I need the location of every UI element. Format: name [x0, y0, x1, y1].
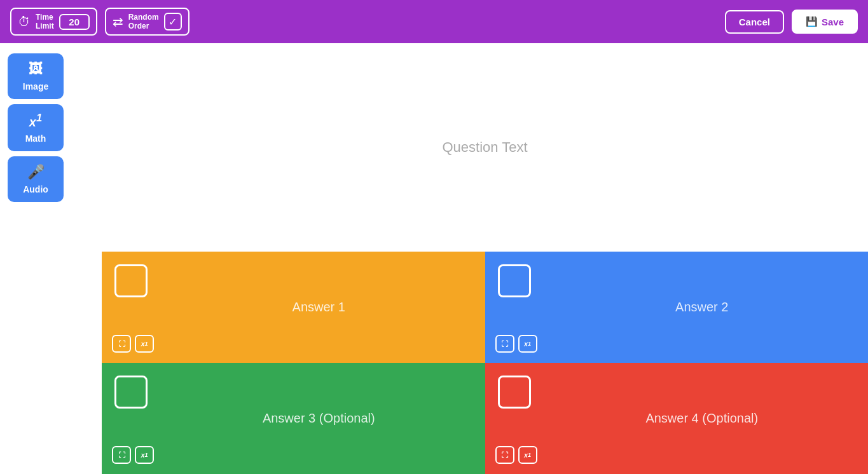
shuffle-icon: ⇄ — [113, 14, 123, 29]
answer-text-1: Answer 1 — [293, 300, 345, 315]
answer-checkbox-3[interactable] — [114, 376, 148, 409]
answer4-image-btn[interactable]: ⛶ — [495, 446, 514, 464]
save-label: Save — [822, 17, 844, 27]
answer-cell-3[interactable]: Answer 3 (Optional) ⛶ x1 — [102, 363, 485, 474]
sidebar-item-math[interactable]: x1 Math — [8, 104, 64, 151]
save-button[interactable]: 💾 Save — [792, 10, 858, 34]
math-icon: x1 — [29, 112, 42, 130]
sidebar-label-audio: Audio — [23, 184, 48, 194]
toolbar: ⏱ Time Limit ⇄ Random Order ✓ Cancel 💾 S… — [0, 0, 868, 43]
question-placeholder: Question Text — [442, 139, 527, 156]
answer-text-4: Answer 4 (Optional) — [645, 411, 758, 426]
answer1-image-btn[interactable]: ⛶ — [112, 335, 131, 353]
save-disk-icon: 💾 — [806, 16, 818, 27]
clock-icon: ⏱ — [18, 15, 31, 29]
answer-tools-4: ⛶ x1 — [495, 446, 537, 464]
answer-checkbox-4[interactable] — [498, 376, 531, 409]
time-limit-input[interactable] — [59, 14, 90, 30]
image-icon: 🖼 — [29, 61, 43, 78]
answer-cell-4[interactable]: Answer 4 (Optional) ⛶ x1 — [485, 363, 869, 474]
random-order-label: Random Order — [128, 13, 159, 31]
sidebar-item-audio[interactable]: 🎤 Audio — [8, 156, 64, 202]
time-limit-label: Time Limit — [36, 13, 54, 31]
answer3-math-btn[interactable]: x1 — [135, 446, 154, 464]
sidebar-label-image: Image — [23, 81, 48, 91]
answer-tools-3: ⛶ x1 — [112, 446, 154, 464]
answer2-image-btn[interactable]: ⛶ — [495, 335, 514, 353]
question-area: Question Text Answer 1 ⛶ x1 Answer 2 ⛶ x… — [102, 43, 868, 474]
answer-text-2: Answer 2 — [675, 300, 728, 315]
answer3-image-btn[interactable]: ⛶ — [112, 446, 131, 464]
audio-icon: 🎤 — [27, 164, 45, 180]
time-limit-group: ⏱ Time Limit — [10, 8, 97, 36]
random-order-check[interactable]: ✓ — [164, 13, 182, 30]
answer1-math-btn[interactable]: x1 — [135, 335, 154, 353]
answer-cell-2[interactable]: Answer 2 ⛶ x1 — [485, 252, 869, 363]
cancel-button[interactable]: Cancel — [725, 10, 784, 34]
answer-tools-2: ⛶ x1 — [495, 335, 537, 353]
answer-grid: Answer 1 ⛶ x1 Answer 2 ⛶ x1 Answer 3 (Op… — [102, 252, 868, 474]
answer-text-3: Answer 3 (Optional) — [263, 411, 375, 426]
answer-cell-1[interactable]: Answer 1 ⛶ x1 — [102, 252, 485, 363]
random-order-group: ⇄ Random Order ✓ — [105, 8, 189, 36]
sidebar: 🖼 Image x1 Math 🎤 Audio — [0, 43, 102, 474]
question-text-area[interactable]: Question Text — [102, 43, 868, 252]
answer-tools-1: ⛶ x1 — [112, 335, 154, 353]
answer4-math-btn[interactable]: x1 — [518, 446, 537, 464]
sidebar-label-math: Math — [25, 133, 46, 144]
sidebar-item-image[interactable]: 🖼 Image — [8, 53, 64, 99]
main-content: 🖼 Image x1 Math 🎤 Audio Question Text An… — [0, 43, 868, 474]
answer-checkbox-2[interactable] — [498, 264, 531, 297]
answer2-math-btn[interactable]: x1 — [518, 335, 537, 353]
answer-checkbox-1[interactable] — [114, 264, 148, 297]
